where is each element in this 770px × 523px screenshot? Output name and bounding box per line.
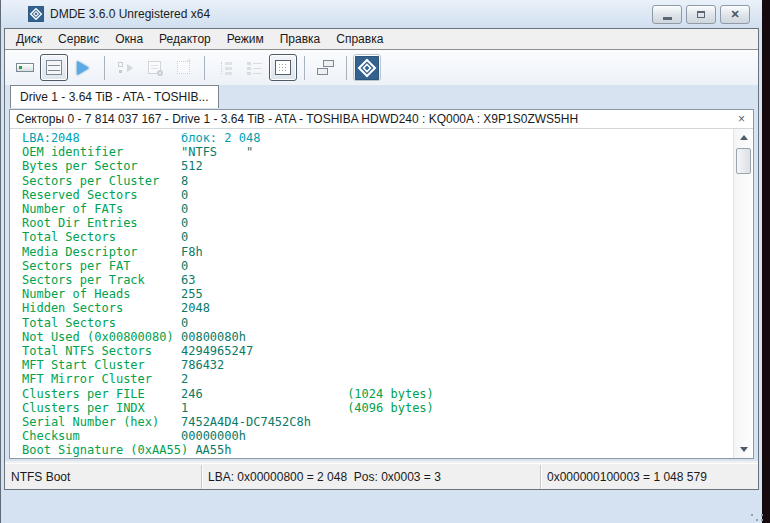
menu-item-mode[interactable]: Режим (219, 30, 272, 49)
play-icon (77, 61, 89, 75)
toolbar-separator (304, 56, 305, 80)
menu-item-service[interactable]: Сервис (50, 30, 107, 49)
select-disk-button[interactable] (11, 54, 39, 81)
tab-bar: Drive 1 - 3.64 TiB - ATA - TOSHIB... (5, 85, 758, 108)
boot-record-row: Number of Heads 255 (22, 287, 733, 301)
hex-grid-icon (275, 60, 291, 75)
bottom-frame (1, 490, 762, 523)
boot-record-row: Serial Number (hex) 7452A4D4-DC7452C8h (22, 415, 733, 429)
minimize-button[interactable] (652, 5, 682, 24)
folder-tree-button (211, 54, 239, 81)
cascade-windows-button[interactable] (311, 54, 339, 81)
device-stack-icon (46, 60, 62, 75)
boot-record-row: Total Sectors 0 (22, 230, 733, 244)
tab-drive1-label: Drive 1 - 3.64 TiB - ATA - TOSHIB... (20, 90, 209, 104)
arrow-down-icon (740, 447, 748, 452)
device-list-button[interactable] (40, 54, 68, 81)
status-object-type: NTFS Boot (5, 465, 201, 489)
boot-record-row: Total Sectors 0 (22, 316, 733, 330)
scan-icon (177, 61, 190, 74)
search-icon (148, 61, 161, 74)
hex-editor-button[interactable] (269, 54, 297, 81)
close-icon: ✕ (730, 9, 739, 20)
dmde-logo-icon (355, 56, 379, 80)
boot-record-row: Reserved Sectors 0 (22, 188, 733, 202)
menu-item-help[interactable]: Справка (328, 30, 391, 49)
file-list-button (240, 54, 268, 81)
about-dmde-button[interactable] (353, 54, 381, 81)
boot-record-row: Clusters per INDX 1 (4096 bytes) (22, 401, 733, 415)
boot-record-row: Root Dir Entries 0 (22, 216, 733, 230)
panel-wrap: Секторы 0 - 7 814 037 167 - Drive 1 - 3.… (5, 108, 758, 461)
boot-record-row: Media Descriptor F8h (22, 245, 733, 259)
boot-record-row: Number of FATs 0 (22, 202, 733, 216)
boot-record-row: Checksum 00000000h (22, 429, 733, 443)
menu-item-disk[interactable]: Диск (8, 30, 50, 49)
toolbar (5, 50, 758, 85)
title-bar[interactable]: DMDE 3.6.0 Unregistered x64 ✕ (1, 0, 762, 28)
scroll-down-button[interactable] (735, 441, 752, 458)
boot-record-row: Clusters per FILE 246 (1024 bytes) (22, 387, 733, 401)
menubar: ДискСервисОкнаРедакторРежимПравкаСправка (5, 29, 758, 50)
window-title: DMDE 3.6.0 Unregistered x64 (50, 7, 210, 21)
continue-button[interactable] (69, 54, 97, 81)
close-button[interactable]: ✕ (720, 5, 750, 24)
toolbar-separator (104, 56, 105, 80)
status-offset: 0x000000100003 = 1 048 579 (540, 465, 758, 489)
toolbar-separator (204, 56, 205, 80)
panel-body: LBA:2048 блок: 2 048OEM identifier "NTFS… (10, 129, 753, 458)
boot-record-row: Hidden Sectors 2048 (22, 301, 733, 315)
boot-record-row: Total NTFS Sectors 4294965247 (22, 344, 733, 358)
hex-view[interactable]: LBA:2048 блок: 2 048OEM identifier "NTFS… (10, 129, 733, 458)
status-bar: NTFS Boot LBA: 0x00000800 = 2 048 Pos: 0… (5, 463, 758, 489)
dmde-window: DMDE 3.6.0 Unregistered x64 ✕ ДискСервис… (0, 0, 762, 523)
maximize-button[interactable] (686, 5, 716, 24)
drive-icon (16, 63, 34, 72)
sector-range-text: Секторы 0 - 7 814 037 167 - Drive 1 - 3.… (16, 112, 578, 126)
tab-drive1[interactable]: Drive 1 - 3.64 TiB - ATA - TOSHIB... (10, 85, 219, 108)
tree-icon (218, 61, 233, 75)
menu-item-editor[interactable]: Редактор (151, 30, 219, 49)
sector-range-header: Секторы 0 - 7 814 037 167 - Drive 1 - 3.… (10, 110, 753, 129)
boot-record-row: MFT Start Cluster 786432 (22, 358, 733, 372)
boot-record-row: Bytes per Sector 512 (22, 159, 733, 173)
boot-record-row: Sectors per Cluster 8 (22, 174, 733, 188)
cascade-icon (317, 60, 334, 76)
resize-grip-icon[interactable] (751, 514, 753, 516)
client-area: ДискСервисОкнаРедакторРежимПравкаСправка… (4, 28, 759, 490)
boot-record-row: Boot Signature (0xAA55) AA55h (22, 443, 733, 457)
boot-record-row: Sectors per FAT 0 (22, 259, 733, 273)
arrow-up-icon (740, 135, 748, 140)
find-volumes-button (140, 54, 168, 81)
toolbar-separator (346, 56, 347, 80)
full-scan-button (169, 54, 197, 81)
menu-item-windows[interactable]: Окна (107, 30, 151, 49)
vertical-scrollbar[interactable] (733, 129, 753, 458)
minimize-icon (663, 17, 672, 20)
menu-item-edit[interactable]: Правка (272, 30, 329, 49)
boot-record-row: Sectors per Track 63 (22, 273, 733, 287)
partition-icon (117, 61, 133, 75)
list-icon (247, 61, 262, 75)
boot-record-row: Not Used (0x00800080) 00800080h (22, 330, 733, 344)
boot-record-row: MFT Mirror Cluster 2 (22, 372, 733, 386)
boot-record-row: LBA:2048 блок: 2 048 (22, 131, 733, 145)
window-controls: ✕ (652, 5, 750, 24)
partitions-button (111, 54, 139, 81)
panel-close-icon[interactable]: × (736, 113, 747, 125)
scroll-up-button[interactable] (735, 129, 752, 146)
editor-panel: Секторы 0 - 7 814 037 167 - Drive 1 - 3.… (9, 109, 754, 459)
maximize-icon (697, 11, 705, 18)
status-lba-position: LBA: 0x00000800 = 2 048 Pos: 0x0003 = 3 (201, 465, 540, 489)
dmde-app-icon (28, 6, 44, 22)
scroll-thumb[interactable] (736, 148, 751, 174)
boot-record-row: OEM identifier "NTFS " (22, 145, 733, 159)
